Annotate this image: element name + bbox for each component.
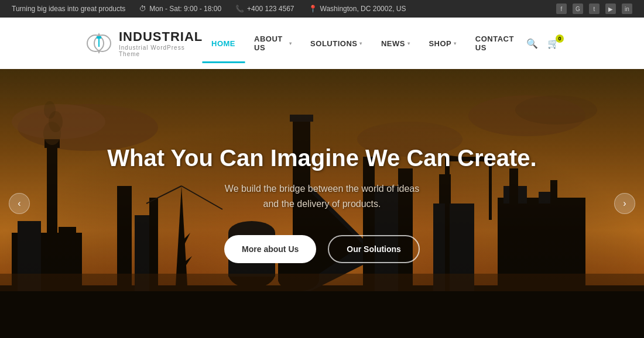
logo[interactable]: INDUSTRIAL Industrial WordPress Theme	[85, 29, 202, 57]
cart-badge: 0	[556, 35, 564, 43]
logo-icon	[85, 29, 113, 57]
carousel-next-button[interactable]: ›	[614, 193, 635, 214]
twitter-icon[interactable]: t	[589, 4, 600, 14]
phone-text: +400 123 4567	[247, 5, 294, 13]
nav-about[interactable]: ABOUT US ▾	[245, 29, 301, 58]
phone-icon: 📞	[235, 5, 244, 13]
main-nav: HOME ABOUT US ▾ SOLUTIONS ▾ NEWS ▾ SHOP …	[202, 29, 526, 58]
googleplus-icon[interactable]: G	[573, 4, 583, 14]
svg-rect-49	[0, 274, 644, 291]
chevron-down-icon: ▾	[407, 41, 410, 46]
svg-rect-9	[0, 285, 644, 338]
clock-icon: ⏱	[139, 5, 146, 13]
more-about-us-button[interactable]: More about Us	[224, 235, 316, 263]
nav-contact[interactable]: CONTACT US	[466, 29, 526, 58]
hours-item: ⏱ Mon - Sat: 9:00 - 18:00	[139, 5, 221, 13]
phone-item: 📞 +400 123 4567	[235, 5, 294, 13]
search-icon[interactable]: 🔍	[526, 38, 538, 49]
svg-point-7	[515, 95, 597, 125]
hero-content: What You Can Imagine We Can Create. We b…	[84, 144, 560, 263]
nav-news[interactable]: NEWS ▾	[372, 33, 420, 54]
hero-buttons: More about Us Our Solutions	[107, 235, 536, 263]
tagline: Turning big ideas into great products	[12, 5, 125, 13]
social-links: f G t ▶ in	[556, 4, 632, 14]
location-icon: 📍	[309, 5, 317, 13]
chevron-down-icon: ▾	[359, 41, 362, 46]
location-text: Washington, DC 20002, US	[320, 5, 406, 13]
carousel-prev-button[interactable]: ‹	[9, 193, 30, 214]
our-solutions-button[interactable]: Our Solutions	[328, 235, 420, 263]
location-item: 📍 Washington, DC 20002, US	[309, 5, 406, 13]
header: INDUSTRIAL Industrial WordPress Theme HO…	[67, 18, 577, 69]
youtube-icon[interactable]: ▶	[605, 4, 616, 14]
facebook-icon[interactable]: f	[556, 4, 567, 14]
hero-subtitle: We build the bridge between the world of…	[107, 181, 536, 211]
hero-section: ‹ What You Can Imagine We Can Create. We…	[0, 69, 644, 338]
nav-solutions[interactable]: SOLUTIONS ▾	[301, 33, 372, 54]
top-bar-left: Turning big ideas into great products ⏱ …	[12, 5, 406, 13]
header-wrapper: INDUSTRIAL Industrial WordPress Theme HO…	[0, 18, 644, 69]
top-bar: Turning big ideas into great products ⏱ …	[0, 0, 644, 18]
logo-subtitle: Industrial WordPress Theme	[119, 44, 203, 57]
cart-wrapper[interactable]: 🛒 0	[547, 38, 559, 49]
hero-title: What You Can Imagine We Can Create.	[107, 144, 536, 172]
svg-point-48	[44, 101, 56, 119]
hours-text: Mon - Sat: 9:00 - 18:00	[149, 5, 221, 13]
linkedin-icon[interactable]: in	[622, 4, 632, 14]
nav-home[interactable]: HOME	[202, 33, 245, 54]
chevron-down-icon: ▾	[454, 41, 457, 46]
logo-text: INDUSTRIAL Industrial WordPress Theme	[119, 29, 203, 57]
header-icons: 🔍 🛒 0	[526, 38, 559, 49]
logo-title: INDUSTRIAL	[119, 29, 203, 44]
nav-shop[interactable]: SHOP ▾	[419, 33, 465, 54]
chevron-down-icon: ▾	[289, 41, 292, 46]
svg-rect-24	[290, 115, 313, 122]
